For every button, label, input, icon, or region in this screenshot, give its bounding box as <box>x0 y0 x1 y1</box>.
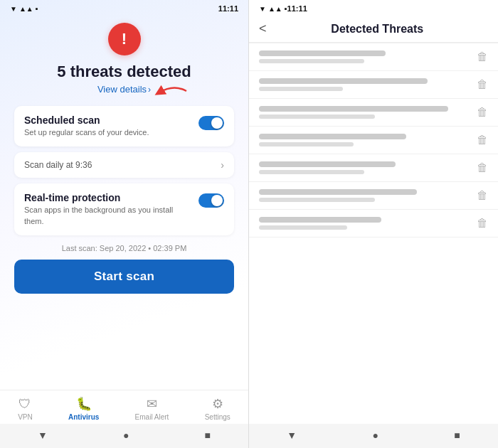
right-header: < Detected Threats <box>249 16 498 43</box>
nav-email[interactable]: ✉ Email Alert <box>135 396 169 421</box>
threat-detail-blur <box>259 225 347 230</box>
realtime-protection-card: Real-time protection Scan apps in the ba… <box>14 183 234 235</box>
right-signal-icon: ▲▲ <box>268 5 282 13</box>
recent-btn[interactable]: ■ <box>190 428 224 442</box>
last-scan-text: Last scan: Sep 20, 2022 • 02:39 PM <box>62 244 187 252</box>
back-arrow-btn[interactable]: < <box>259 21 267 36</box>
left-main-content: ! 5 threats detected View details › S <box>0 16 248 390</box>
threat-item: 🗑 <box>249 71 498 99</box>
settings-icon: ⚙ <box>212 396 223 412</box>
settings-label: Settings <box>205 413 231 421</box>
scan-time-text: Scan daily at 9:36 <box>24 160 92 170</box>
threat-detail-blur <box>259 142 354 146</box>
nav-settings[interactable]: ⚙ Settings <box>205 396 231 421</box>
threat-detail-blur <box>259 170 364 174</box>
threat-info <box>259 134 470 146</box>
threat-info <box>259 50 470 63</box>
right-time: 11:11 <box>287 4 307 13</box>
threat-item: 🗑 <box>249 182 498 210</box>
delete-icon[interactable]: 🗑 <box>477 50 488 63</box>
left-status-icons: ▼ ▲▲ ▪ <box>10 4 38 13</box>
wifi-icon: ▼ <box>10 5 17 13</box>
left-time: 11:11 <box>218 4 238 13</box>
email-icon: ✉ <box>147 396 157 412</box>
home-btn[interactable]: ● <box>109 428 143 442</box>
threat-name-blur <box>259 106 448 112</box>
threat-info <box>259 106 470 119</box>
right-android-nav: ▼ ● ■ <box>249 424 498 448</box>
threat-detail-blur <box>259 198 375 202</box>
left-phone: ▼ ▲▲ ▪ 11:11 ! 5 threats detected View d… <box>0 0 249 448</box>
threat-name-blur <box>259 50 386 56</box>
right-status-bar: ▼ ▲▲ ▪ 11:11 <box>249 0 498 16</box>
realtime-title: Real-time protection <box>24 192 181 203</box>
threat-info <box>259 161 470 174</box>
threat-item: 🗑 <box>249 154 498 182</box>
antivirus-label: Antivirus <box>68 413 99 421</box>
threat-detail-blur <box>259 114 375 119</box>
threat-name-blur <box>259 161 396 167</box>
view-details-chevron: › <box>148 85 151 95</box>
exclamation-mark: ! <box>122 31 127 47</box>
battery-icon: ▪ <box>36 4 38 13</box>
left-status-bar: ▼ ▲▲ ▪ 11:11 <box>0 0 248 16</box>
scheduled-scan-desc: Set up regular scans of your device. <box>24 127 149 138</box>
scheduled-scan-title: Scheduled scan <box>24 114 149 126</box>
scheduled-scan-card: Scheduled scan Set up regular scans of y… <box>14 106 234 146</box>
threat-item: 🗑 <box>249 210 498 238</box>
left-android-nav: ▼ ● ■ <box>0 424 248 448</box>
threat-name-blur <box>259 217 381 223</box>
right-wifi-icon: ▼ <box>259 5 266 13</box>
delete-icon[interactable]: 🗑 <box>477 161 488 174</box>
delete-icon[interactable]: 🗑 <box>477 78 488 91</box>
right-recent-btn[interactable]: ■ <box>440 428 474 442</box>
delete-icon[interactable]: 🗑 <box>477 189 488 202</box>
antivirus-icon: 🐛 <box>76 396 92 412</box>
threat-name-blur <box>259 78 428 84</box>
realtime-desc: Scan apps in the background as you insta… <box>24 205 181 227</box>
scan-time-chevron: › <box>221 159 224 171</box>
threats-title: 5 threats detected <box>57 63 191 81</box>
threat-item: 🗑 <box>249 127 498 154</box>
realtime-toggle[interactable] <box>198 193 224 208</box>
back-btn[interactable]: ▼ <box>23 428 62 442</box>
right-status-icons: ▼ ▲▲ ▪ <box>259 4 287 13</box>
alert-icon: ! <box>108 23 141 55</box>
right-phone: ▼ ▲▲ ▪ 11:11 < Detected Threats 🗑 <box>249 0 498 448</box>
threat-item: 🗑 <box>249 99 498 127</box>
vpn-label: VPN <box>18 413 33 421</box>
threat-name-blur <box>259 189 417 195</box>
email-label: Email Alert <box>135 413 169 421</box>
view-details-link[interactable]: View details <box>97 84 147 95</box>
right-home-btn[interactable]: ● <box>358 428 392 442</box>
red-arrow-annotation <box>152 82 188 100</box>
delete-icon[interactable]: 🗑 <box>477 106 488 119</box>
threat-info <box>259 78 470 91</box>
scheduled-scan-toggle[interactable] <box>198 116 224 130</box>
right-page-title: Detected Threats <box>331 23 423 35</box>
nav-vpn[interactable]: 🛡 VPN <box>18 397 33 421</box>
threat-detail-blur <box>259 87 343 91</box>
vpn-icon: 🛡 <box>18 397 31 412</box>
threat-name-blur <box>259 134 406 139</box>
nav-antivirus[interactable]: 🐛 Antivirus <box>68 396 99 421</box>
view-details-row: View details › <box>97 84 151 95</box>
threat-list: 🗑 🗑 🗑 🗑 <box>249 43 498 424</box>
right-back-btn[interactable]: ▼ <box>272 428 311 442</box>
start-scan-button[interactable]: Start scan <box>14 260 234 294</box>
threat-info <box>259 217 470 230</box>
threat-item: 🗑 <box>249 43 498 71</box>
delete-icon[interactable]: 🗑 <box>477 217 488 230</box>
left-bottom-nav: 🛡 VPN 🐛 Antivirus ✉ Email Alert ⚙ Settin… <box>0 390 248 424</box>
scan-time-row[interactable]: Scan daily at 9:36 › <box>14 152 234 178</box>
threat-info <box>259 189 470 202</box>
threat-detail-blur <box>259 59 364 63</box>
delete-icon[interactable]: 🗑 <box>477 134 488 146</box>
signal-icon: ▲▲ <box>19 5 33 13</box>
